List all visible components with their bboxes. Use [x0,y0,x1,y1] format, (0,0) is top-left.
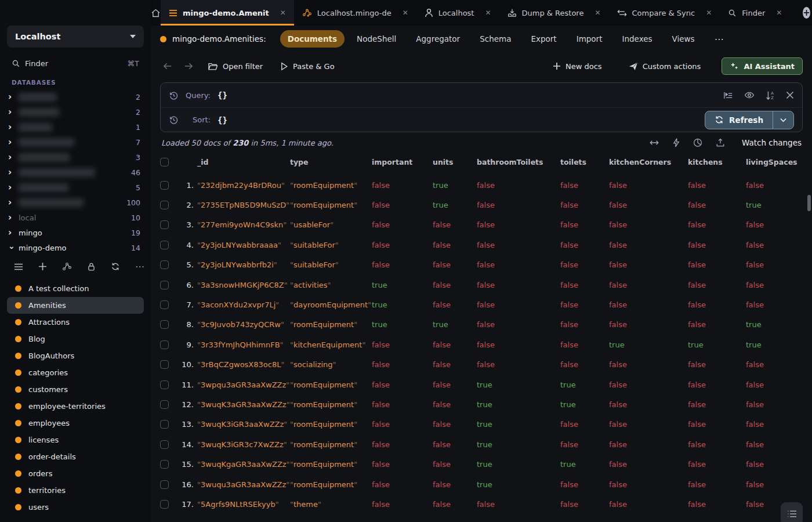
collection-item[interactable]: users [7,499,144,516]
cell-kitchens[interactable]: false [688,281,746,289]
cell-toilets[interactable]: false [560,241,609,249]
cell-id[interactable]: "277emi9yoWn4C9skn" [197,220,290,229]
collection-item[interactable]: BlogAuthors [7,347,144,364]
cell-units[interactable]: false [433,360,477,369]
cell-id[interactable]: "3wuqK3iGR3aaXwZZz" [197,420,290,429]
column-header[interactable]: kitchens [688,158,746,166]
collection-item[interactable]: licenses [7,432,144,448]
database-row-redacted[interactable]: 3 [0,150,151,165]
cell-kitchens[interactable]: false [688,480,746,489]
row-checkbox[interactable] [160,320,169,329]
cell-livingSpaces[interactable]: false [746,460,803,469]
cell-important[interactable]: false [372,201,433,209]
cell-toilets[interactable]: false [560,480,609,489]
cell-type[interactable]: "roomEquipment" [290,440,372,449]
query-row[interactable]: Query: {} AZ [161,83,802,107]
cell-bathroomToilets[interactable]: false [477,241,560,249]
cell-important[interactable]: false [372,500,433,509]
cell-kitchens[interactable]: false [688,400,746,409]
chevron-right-icon[interactable] [8,137,19,147]
cell-bathroomToilets[interactable]: true [477,420,560,429]
cell-livingSpaces[interactable]: false [746,380,803,389]
cell-bathroomToilets[interactable]: false [477,360,560,369]
table-row[interactable]: 1. "232djbm22y4BrDRou" "roomEquipment" f… [160,175,803,195]
cell-bathroomToilets[interactable]: false [477,201,560,209]
cell-livingSpaces[interactable]: true [746,201,803,209]
row-checkbox[interactable] [160,500,169,509]
cell-id[interactable]: "2735ETpNB5D9MuSzD" [197,201,290,209]
chevron-right-icon[interactable] [8,107,19,117]
row-checkbox[interactable] [160,281,169,289]
chevron-right-icon[interactable] [8,197,19,208]
cell-toilets[interactable]: false [560,340,609,349]
collection-item[interactable]: Blog [7,331,144,347]
window-tab[interactable]: Dump & Restore [499,0,609,26]
format-indent-icon[interactable] [723,91,733,100]
row-checkbox[interactable] [160,340,169,349]
new-docs-button[interactable]: New docs [547,59,608,74]
cell-kitchenCorners[interactable]: false [609,300,688,309]
close-icon[interactable] [485,9,491,17]
cell-units[interactable]: false [433,281,477,289]
database-row[interactable]: mingo-demo 14 [0,240,151,255]
cell-type[interactable]: "suitableFor" [290,241,372,249]
sort-row[interactable]: Sort: {} Refresh [161,107,802,132]
database-row-redacted[interactable]: 1 [0,119,151,135]
collection-item[interactable]: A test collection [7,280,144,297]
cell-livingSpaces[interactable]: false [746,440,803,449]
collection-item[interactable]: categories [7,364,144,381]
chevron-icon[interactable] [8,227,19,238]
database-row-redacted[interactable]: 100 [0,195,151,210]
cell-units[interactable]: false [433,260,477,269]
cell-kitchens[interactable]: false [688,500,746,509]
table-row[interactable]: 12. "3wuqK3aGR3aaXwZZz" "roomEquipment" … [160,394,803,414]
cell-toilets[interactable]: false [560,181,609,190]
select-all-checkbox[interactable] [160,158,169,166]
cell-kitchenCorners[interactable]: false [609,420,688,429]
add-collection-icon[interactable] [38,262,47,271]
view-tab[interactable]: Aggregator [408,30,467,48]
table-row[interactable]: 2. "2735ETpNB5D9MuSzD" "roomEquipment" f… [160,195,803,215]
cell-units[interactable]: false [433,380,477,389]
table-row[interactable]: 5. "2y3joLNYwabbrfb2i" "suitableFor" fal… [160,255,803,275]
cell-kitchenCorners[interactable]: false [609,320,688,329]
view-tab[interactable]: NodeShell [349,30,404,48]
vertical-scrollbar[interactable] [807,195,811,211]
open-filter-button[interactable]: Open filter [202,59,269,74]
cell-type[interactable]: "usableFor" [290,220,372,229]
cell-units[interactable]: false [433,480,477,489]
custom-actions-button[interactable]: Custom actions [623,59,707,74]
cell-toilets[interactable]: false [560,500,609,509]
cell-units[interactable]: false [433,241,477,249]
cell-livingSpaces[interactable]: true [746,320,803,329]
cell-bathroomToilets[interactable]: false [477,500,560,509]
cell-livingSpaces[interactable]: false [746,241,803,249]
cell-toilets[interactable]: false [560,260,609,269]
cell-bathroomToilets[interactable]: false [477,340,560,349]
export-icon[interactable] [716,138,725,147]
cell-type[interactable]: "roomEquipment" [290,201,372,209]
cell-kitchenCorners[interactable]: false [609,281,688,289]
cell-units[interactable]: false [433,400,477,409]
column-header[interactable]: important [372,158,433,166]
cell-type[interactable]: "suitableFor" [290,260,372,269]
cell-kitchens[interactable]: false [688,220,746,229]
close-icon[interactable] [280,9,286,17]
cell-id[interactable]: "5Agrfs9NLtRSEkyyb" [197,500,290,509]
chevron-icon[interactable] [8,243,19,252]
resize-columns-icon[interactable] [649,139,659,146]
database-row[interactable]: local 10 [0,210,151,225]
collection-item[interactable]: orders [7,465,144,482]
sort-value[interactable]: {} [217,115,227,125]
lightning-icon[interactable] [673,138,680,147]
cell-type[interactable]: "theme" [290,500,372,509]
cell-important[interactable]: false [372,340,433,349]
row-checkbox[interactable] [160,220,169,229]
cell-id[interactable]: "3wuqu3aGR3aaXwZZz" [197,480,290,489]
database-row[interactable]: mingo 19 [0,225,151,240]
cell-id[interactable]: "3c9Juvob743zyQCRw" [197,320,290,329]
collection-item[interactable]: territories [7,482,144,499]
collection-item[interactable]: employees [7,415,144,432]
cell-kitchenCorners[interactable]: false [609,260,688,269]
window-tab[interactable]: Localhost [416,0,499,26]
